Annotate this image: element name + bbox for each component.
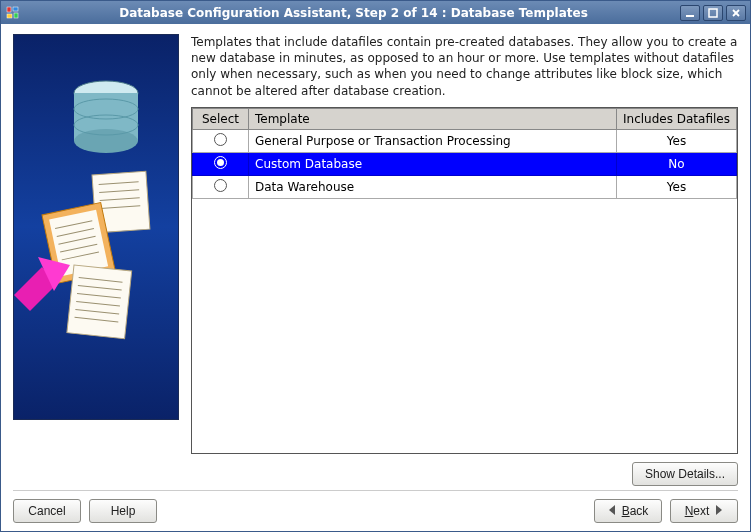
cancel-button[interactable]: Cancel: [13, 499, 81, 523]
svg-rect-3: [14, 13, 18, 18]
radio-icon[interactable]: [214, 133, 227, 146]
minimize-button[interactable]: [680, 5, 700, 21]
template-table: Select Template Includes Datafiles Gener…: [191, 107, 738, 454]
show-details-button[interactable]: Show Details...: [632, 462, 738, 486]
includes-datafiles: Yes: [617, 129, 737, 152]
svg-rect-2: [7, 14, 12, 18]
radio-icon[interactable]: [214, 156, 227, 169]
window-frame: Database Configuration Assistant, Step 2…: [0, 0, 751, 532]
maximize-button[interactable]: [703, 5, 723, 21]
includes-datafiles: No: [617, 152, 737, 175]
radio-icon[interactable]: [214, 179, 227, 192]
svg-rect-1: [13, 7, 18, 11]
instruction-text: Templates that include datafiles contain…: [191, 34, 738, 99]
template-row[interactable]: General Purpose or Transaction Processin…: [193, 129, 737, 152]
template-name: Data Warehouse: [249, 175, 617, 198]
svg-rect-0: [7, 7, 11, 12]
template-name: Custom Database: [249, 152, 617, 175]
template-name: General Purpose or Transaction Processin…: [249, 129, 617, 152]
col-header-includes: Includes Datafiles: [617, 108, 737, 129]
back-label: Back: [622, 504, 649, 518]
next-label: Next: [685, 504, 710, 518]
back-button[interactable]: Back: [594, 499, 662, 523]
chevron-right-icon: [715, 504, 723, 518]
window-title: Database Configuration Assistant, Step 2…: [27, 6, 680, 20]
svg-rect-4: [686, 15, 694, 17]
template-row[interactable]: Custom Database No: [193, 152, 737, 175]
template-row[interactable]: Data Warehouse Yes: [193, 175, 737, 198]
help-button[interactable]: Help: [89, 499, 157, 523]
close-button[interactable]: [726, 5, 746, 21]
chevron-left-icon: [608, 504, 616, 518]
includes-datafiles: Yes: [617, 175, 737, 198]
svg-rect-5: [709, 9, 717, 17]
svg-marker-35: [716, 505, 722, 515]
col-header-template: Template: [249, 108, 617, 129]
app-icon: [5, 5, 21, 21]
col-header-select: Select: [193, 108, 249, 129]
footer-bar: Cancel Help Back Next: [13, 490, 738, 523]
svg-marker-34: [609, 505, 615, 515]
content-area: Templates that include datafiles contain…: [1, 24, 750, 531]
titlebar: Database Configuration Assistant, Step 2…: [1, 1, 750, 24]
wizard-side-image: [13, 34, 179, 420]
next-button[interactable]: Next: [670, 499, 738, 523]
